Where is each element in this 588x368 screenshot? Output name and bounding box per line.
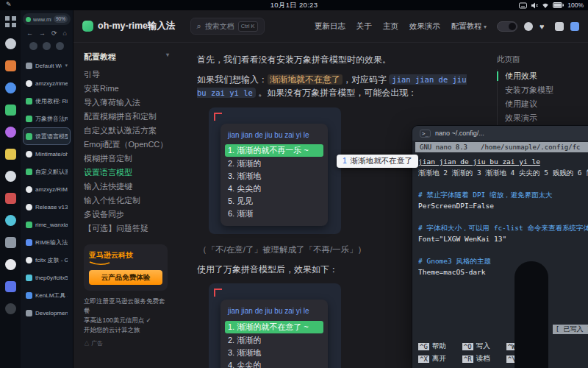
browser-tab[interactable]: rime_wanxiang/...: [23, 216, 71, 233]
dock-app-icon[interactable]: [5, 82, 16, 93]
text-run: ，对应码字: [343, 74, 389, 85]
nav-guide-menu[interactable]: 配置教程: [451, 21, 487, 32]
sidebar-section-title[interactable]: 配置教程: [84, 52, 169, 63]
keyboard-tray-icon[interactable]: [519, 2, 527, 9]
extensions-icon[interactable]: [43, 42, 51, 50]
browser-tab[interactable]: 使用教程: Rime...: [23, 92, 71, 110]
network-icon[interactable]: [542, 2, 549, 9]
reload-icon[interactable]: [51, 29, 57, 37]
zoom-level[interactable]: 90%: [54, 15, 68, 23]
theme-toggle[interactable]: [497, 21, 517, 32]
chat-icon[interactable]: [570, 22, 579, 31]
ad-cta-button[interactable]: 云产品免费体验: [89, 270, 162, 285]
browser-nav-buttons: [23, 29, 71, 37]
search-button[interactable]: 搜索文档 Ctrl K: [190, 18, 265, 35]
sidebar-item[interactable]: 模糊拼音定制: [84, 152, 169, 166]
dock-app-icon[interactable]: [5, 237, 16, 248]
terminal-candidates-line: 渐渐地 2 渐渐的 3 渐渐地 4 尖尖的 5 贱贱的 6 简简单: [418, 167, 588, 178]
profile-avatar[interactable]: [29, 42, 37, 50]
dock-app-icon[interactable]: [5, 60, 16, 71]
browser-tab[interactable]: Mintimate/oh-my...: [23, 145, 71, 163]
sidebar-item[interactable]: 安装Rime: [84, 82, 169, 96]
back-icon[interactable]: [26, 29, 33, 37]
system-top-bar: ✎ 10月1日 20:23 100%: [0, 0, 588, 10]
sidebar-item[interactable]: Emoji配置（OpenCC）: [84, 138, 169, 152]
nav-about[interactable]: 关于: [356, 21, 372, 32]
dock-app-icon[interactable]: [5, 193, 16, 204]
ad-card[interactable]: 亚马逊云科技 云产品免费体验: [84, 244, 168, 291]
terminal-titlebar[interactable]: nano ~/.config/...: [412, 126, 588, 141]
browser-tab[interactable]: KenLM工具 - 知...: [23, 286, 71, 304]
ime-candidate-selected: 1. 渐渐的就不在意了 ~: [225, 321, 323, 333]
sidebar-item[interactable]: 导入薄荷输入法: [84, 96, 169, 110]
nav-demo[interactable]: 效果演示: [409, 21, 440, 32]
sidebar-item[interactable]: 多设备同步: [84, 208, 169, 222]
sync-icon[interactable]: [56, 42, 64, 50]
shortcut-label: 离开: [432, 354, 446, 364]
home-icon[interactable]: [63, 29, 67, 37]
dock-app-icon[interactable]: [5, 303, 16, 314]
tab-title: 使用教程: Rime...: [35, 97, 68, 105]
dock-app-icon[interactable]: [5, 149, 16, 160]
outline-item-active[interactable]: 使用效果: [505, 69, 588, 83]
bilibili-icon[interactable]: [555, 22, 564, 31]
browser-tab[interactable]: 万象拼音法RIME...: [23, 110, 71, 127]
browser-tab[interactable]: Default Workspac...: [23, 57, 71, 74]
browser-tab[interactable]: 自定义默认激活...: [23, 163, 71, 180]
ime-candidate: 5. 见见: [228, 195, 320, 208]
browser-tab[interactable]: thep0y/fcitx5-th...: [23, 269, 71, 286]
ad-block: 亚马逊云科技 云产品免费体验 立即注册亚马逊云服务免费套餐 享高达100美元信用…: [84, 244, 168, 347]
outline-item[interactable]: 效果演示: [505, 111, 588, 125]
dock-app-icon[interactable]: [5, 215, 16, 226]
outline-item[interactable]: 使用建议: [505, 97, 588, 111]
sponsor-heart-icon[interactable]: [539, 22, 548, 31]
battery-icon[interactable]: [553, 2, 564, 8]
sidebar-item[interactable]: 配置模糊拼音和定制: [84, 110, 169, 124]
forward-icon[interactable]: [39, 29, 46, 37]
sidebar-item-active[interactable]: 设置语言模型: [84, 166, 169, 180]
dock-app-icon[interactable]: [5, 259, 16, 270]
tab-favicon: [26, 239, 32, 246]
browser-tab[interactable]: fcitx 皮肤 - Goog...: [23, 251, 71, 269]
browser-tab[interactable]: amzxyz/RIME-LM...: [23, 180, 71, 198]
site-brand[interactable]: oh-my-rime输入法: [82, 20, 176, 32]
nav-home[interactable]: 主页: [383, 21, 398, 32]
text-run: 。如果没有万象拼音模型，可能会出现：: [256, 88, 417, 98]
dock-app-icon[interactable]: [5, 105, 16, 116]
browser-tab[interactable]: Release v13.0.3...: [23, 198, 71, 216]
tab-title: Mintimate/oh-my...: [35, 151, 68, 158]
candidate-text: 渐渐地就不在意了: [351, 156, 412, 165]
sidebar-item[interactable]: 【可选】问题答疑: [84, 222, 169, 236]
browser-tab[interactable]: amzxyz/rime_wa...: [23, 74, 71, 92]
activities-icon[interactable]: ✎: [6, 1, 12, 8]
browser-tab[interactable]: RIME输入法方案...: [23, 233, 71, 251]
tab-favicon: [26, 257, 32, 263]
terminal-window[interactable]: nano ~/.config/... GNU nano 8.3 /home/su…: [412, 125, 588, 368]
tab-title: RIME输入法方案...: [35, 238, 68, 247]
dock-app-icon[interactable]: [5, 281, 16, 292]
browser-tab[interactable]: Development an...: [23, 304, 71, 322]
dock-app-icon[interactable]: [5, 171, 16, 182]
volume-muted-icon[interactable]: [531, 2, 538, 9]
outline-item[interactable]: 安装万象模型: [505, 83, 588, 97]
config-line: Font="LXGW WenKai 13": [418, 233, 588, 244]
github-icon[interactable]: [524, 22, 533, 31]
ad-line: 开始您的云计算之旅: [84, 325, 168, 335]
ime-screenshot-2: jian jian de jiu bu zai yi le 1. 渐渐的就不在意…: [209, 283, 341, 368]
system-clock[interactable]: 10月1日 20:23: [270, 1, 318, 10]
tab-title: thep0y/fcitx5-th...: [35, 275, 68, 281]
sidebar-item[interactable]: 输入个性化定制: [84, 194, 169, 208]
sidebar-item[interactable]: 输入法快捷键: [84, 180, 169, 194]
sidebar-item[interactable]: 自定义默认激活方案: [84, 124, 169, 138]
workspace-grid-icon[interactable]: [5, 16, 16, 27]
browser-tab-active[interactable]: 设置语言模型...: [23, 127, 71, 145]
dock-app-icon[interactable]: [5, 38, 16, 49]
tab-title: Default Workspac...: [35, 63, 62, 69]
site-logo-icon: [82, 21, 93, 32]
sidebar-item[interactable]: 引导: [84, 68, 169, 82]
address-bar[interactable]: www.mi... 90%: [23, 13, 71, 25]
dock-app-icon[interactable]: [5, 127, 16, 138]
nav-changelog[interactable]: 更新日志: [315, 21, 345, 32]
site-favicon: [26, 17, 31, 22]
dark-device-shape: [514, 261, 548, 368]
